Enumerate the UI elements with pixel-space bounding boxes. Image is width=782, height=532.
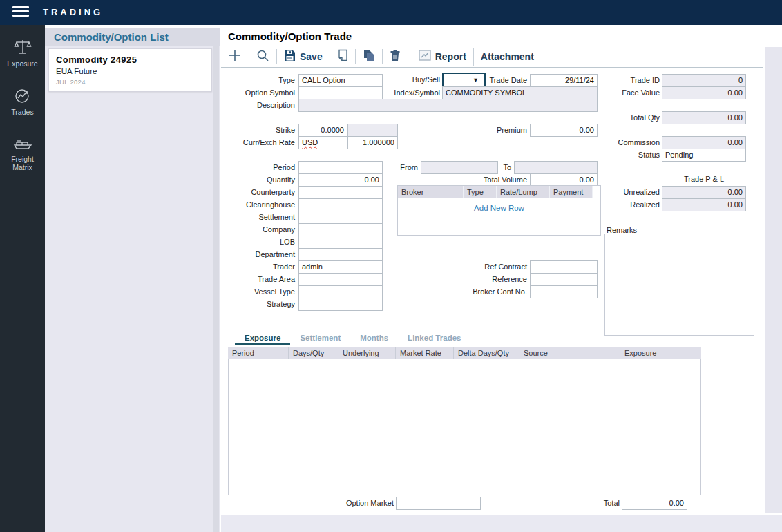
reference-field[interactable] [530,273,598,286]
commodity-list-item[interactable]: Commodity 24925 EUA Future JUL 2024 [48,48,212,92]
description-field[interactable] [298,99,598,112]
delete-button[interactable] [390,49,401,64]
quantity-label: Quantity [226,173,295,187]
department-field[interactable] [298,248,383,261]
toolbar-divider [276,49,277,64]
trade-pnl-title: Trade P & L [662,175,746,183]
from-label: From [370,161,418,174]
tab-bar: Exposure Settlement Months Linked Trades [235,332,470,345]
rate-lump-col-header: Rate/Lump [497,186,550,198]
toolbar-divider [249,49,249,64]
tab-linked-trades[interactable]: Linked Trades [398,332,470,345]
face-value-field: 0.00 [662,86,746,99]
broker-conf-no-field[interactable] [530,285,598,298]
add-new-row-link[interactable]: Add New Row [398,204,600,212]
remarks-textarea[interactable] [604,234,754,336]
underlying-col-header: Underlying [338,347,396,359]
settlement-field[interactable] [298,211,383,224]
option-symbol-field[interactable] [298,86,383,99]
market-rate-col-header: Market Rate [396,347,454,359]
exch-rate-field[interactable]: 1.000000 [347,136,398,149]
vessel-type-label: Vessel Type [226,285,295,298]
strike-extra-field [347,124,398,137]
report-button[interactable]: Report [419,50,466,64]
trade-date-field[interactable]: 29/11/24 [530,74,598,87]
tab-settlement[interactable]: Settlement [290,332,350,345]
company-field[interactable] [298,223,383,236]
settlement-label: Settlement [226,211,295,224]
unrealized-label: Unrealized [591,186,660,199]
scale-icon [0,37,45,57]
sidebar: Exposure Trades FreightMatrix [0,25,45,532]
broker-table-header: Broker Type Rate/Lump Payment [398,186,600,198]
currency-field[interactable]: USD [298,136,347,149]
sidebar-item-freight-matrix[interactable]: FreightMatrix [0,134,45,171]
exposure-col-header: Exposure [620,347,701,359]
sidebar-item-exposure[interactable]: Exposure [0,37,45,68]
premium-label: Premium [463,124,527,137]
save-label: Save [300,51,323,62]
broker-col-header: Broker [398,186,464,198]
type-field[interactable]: CALL Option [298,74,383,87]
list-panel-title: Commodity/Option List [45,28,220,46]
to-field [514,161,598,174]
plus-icon [228,48,242,65]
commission-label: Commission [591,136,660,149]
exposure-table-body[interactable] [228,359,701,495]
save-button[interactable]: Save [284,50,323,64]
toolbar-divider [382,49,383,64]
lob-field[interactable] [298,236,383,249]
commodity-subtitle: EUA Future [56,67,204,75]
trader-field[interactable]: admin [298,260,383,274]
payment-col-header: Payment [550,186,593,198]
hamburger-menu-icon[interactable] [12,6,29,19]
app-title: TRADING [43,7,103,17]
trade-id-field: 0 [662,74,746,87]
strategy-field[interactable] [298,298,383,311]
copy-icon [363,49,375,64]
toolbar-divider [473,48,474,66]
total-qty-field: 0.00 [662,111,746,124]
counterparty-field[interactable] [298,186,383,199]
vertical-scrollbar[interactable] [765,47,782,513]
list-scrollbar[interactable] [213,46,219,532]
ship-icon [0,134,45,152]
attachment-button[interactable]: Attachment [481,51,534,62]
document-icon [338,49,348,64]
period-label: Period [226,161,295,174]
trend-icon [0,86,45,105]
trade-form-panel: Commodity/Option Trade Save [221,25,782,532]
commission-field: 0.00 [662,136,746,149]
sidebar-item-label: Trades [0,108,45,116]
trade-id-label: Trade ID [591,74,660,87]
tab-exposure[interactable]: Exposure [235,332,290,345]
face-value-label: Face Value [591,86,660,99]
reference-label: Reference [456,273,527,286]
trade-area-field[interactable] [298,273,383,286]
status-field[interactable]: Pending [662,149,746,162]
search-button[interactable] [256,49,269,65]
tab-months[interactable]: Months [350,332,398,345]
vessel-type-field[interactable] [298,285,383,298]
total-qty-label: Total Qty [591,111,660,124]
status-label: Status [591,149,660,162]
add-button[interactable] [228,48,242,65]
sidebar-item-trades[interactable]: Trades [0,86,45,116]
description-label: Description [226,99,295,112]
exposure-table-header: Period Days/Qty Underlying Market Rate D… [228,347,701,359]
clearinghouse-field[interactable] [298,198,383,211]
source-col-header: Source [519,347,620,359]
premium-field[interactable]: 0.00 [530,124,598,137]
save-icon [284,50,296,64]
horizontal-scrollbar[interactable] [221,515,782,532]
search-icon [256,49,269,65]
quantity-field[interactable]: 0.00 [298,173,383,187]
trade-area-label: Trade Area [226,273,295,286]
index-symbol-label: Index/Symbol [378,86,440,99]
ref-contract-field[interactable] [530,260,598,274]
copy-button[interactable] [363,49,375,64]
strike-field[interactable]: 0.0000 [298,124,347,137]
option-market-field[interactable] [396,497,481,510]
new-document-button[interactable] [338,49,348,64]
toolbar: Save [228,47,534,66]
